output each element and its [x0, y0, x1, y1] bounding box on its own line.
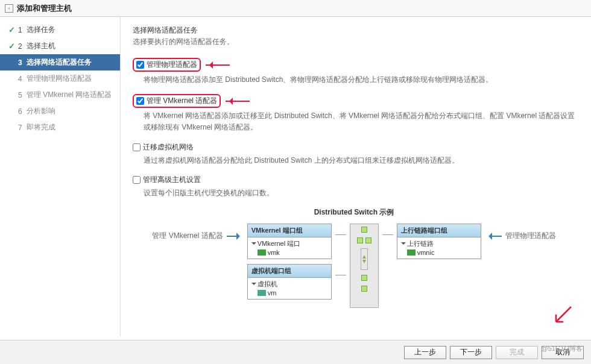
- port-icon: [361, 275, 367, 281]
- step-label: 选择主机: [27, 41, 55, 51]
- option-label[interactable]: 管理高级主机设置: [143, 175, 201, 185]
- content-area: 选择网络适配器任务 选择要执行的网络适配器任务。 管理物理适配器将物理网络适配器…: [121, 17, 591, 336]
- switch-box: [350, 224, 379, 308]
- pg-row: vm: [268, 289, 277, 297]
- connector-left: [335, 224, 346, 308]
- option-checkbox[interactable]: [133, 176, 141, 184]
- diagram-title: Distributed Switch 示例: [133, 207, 575, 218]
- wizard-step-2[interactable]: ✓2选择主机: [0, 38, 120, 54]
- nic-icon: [407, 249, 416, 256]
- pg-row: VMkernel 端口: [258, 240, 301, 247]
- check-icon: ✓: [8, 42, 18, 51]
- port-icon: [365, 237, 371, 243]
- step-label: 即将完成: [27, 122, 55, 133]
- wizard-step-4: 4管理物理网络适配器: [0, 71, 120, 87]
- vm-icon: [258, 290, 266, 296]
- title-text: 添加和管理主机: [17, 3, 72, 14]
- wizard-steps-sidebar: ✓1选择任务✓2选择主机3选择网络适配器任务4管理物理网络适配器5管理 VMke…: [0, 17, 121, 336]
- wizard-step-6: 6分析影响: [0, 103, 120, 119]
- pg-row: vmk: [268, 249, 280, 256]
- port-icon: [361, 227, 367, 233]
- red-arrow-annotation: [226, 98, 256, 105]
- option-description: 将物理网络适配器添加至 Distributed Switch、将物理网络适配器分…: [144, 74, 575, 86]
- content-subheading: 选择要执行的网络适配器任务。: [133, 37, 575, 47]
- pg-row: 上行链路: [407, 240, 434, 247]
- updown-icon: [361, 248, 368, 270]
- titlebar: ▫ 添加和管理主机: [0, 0, 591, 17]
- option-2: 迁移虚拟机网络通过将虚拟机网络适配器分配给此 Distributed Switc…: [133, 142, 575, 166]
- step-label: 分析影响: [27, 106, 55, 116]
- finish-button[interactable]: 完成: [496, 346, 538, 359]
- wizard-step-5: 5管理 VMkernel 网络适配器: [0, 87, 120, 103]
- nic-icon: [258, 249, 266, 256]
- connector-right: [382, 224, 393, 308]
- option-label[interactable]: 管理物理适配器: [147, 60, 197, 70]
- pg-header: 虚拟机端口组: [248, 265, 331, 278]
- uplink-portgroup: 上行链路端口组 上行链路 vmnic: [397, 224, 481, 259]
- pg-header: 上行链路端口组: [397, 224, 481, 237]
- diagram-left-label: 管理 VMkernel 适配器: [152, 231, 223, 241]
- wizard-step-7: 7即将完成: [0, 119, 120, 136]
- vmkernel-portgroup: VMkernel 端口组 VMkernel 端口 vmk: [247, 224, 332, 259]
- port-icon: [361, 286, 367, 292]
- option-checkbox[interactable]: [136, 61, 144, 69]
- arrow-right-icon: [227, 231, 244, 242]
- pg-header: VMkernel 端口组: [248, 224, 331, 237]
- footer-buttons: 上一步 下一步 完成 取消: [0, 340, 591, 364]
- arrow-left-icon: [485, 231, 502, 242]
- diagram: 管理 VMkernel 适配器 VMkernel 端口组 VMkernel 端口…: [133, 224, 575, 308]
- content-heading: 选择网络适配器任务: [133, 25, 575, 36]
- step-label: 管理物理网络适配器: [27, 74, 92, 84]
- next-button[interactable]: 下一步: [450, 346, 492, 359]
- check-icon: ✓: [8, 25, 18, 34]
- wizard-icon: ▫: [5, 4, 13, 13]
- red-arrow-annotation: [550, 304, 574, 328]
- pg-row: 虚拟机: [258, 280, 277, 287]
- option-3: 管理高级主机设置设置每个旧版主机代理交换机的端口数。: [133, 175, 575, 199]
- wizard-step-1[interactable]: ✓1选择任务: [0, 22, 120, 38]
- vm-portgroup: 虚拟机端口组 虚拟机 vm: [247, 264, 332, 300]
- option-label[interactable]: 管理 VMkernel 适配器: [147, 96, 217, 106]
- diagram-right-label: 管理物理适配器: [505, 231, 556, 241]
- pg-row: vmnic: [417, 249, 435, 256]
- back-button[interactable]: 上一步: [404, 346, 446, 359]
- option-description: 设置每个旧版主机代理交换机的端口数。: [144, 187, 575, 199]
- step-label: 选择任务: [27, 25, 55, 35]
- option-checkbox[interactable]: [133, 143, 141, 151]
- wizard-step-3[interactable]: 3选择网络适配器任务: [0, 54, 120, 71]
- option-checkbox[interactable]: [136, 97, 144, 105]
- option-description: 通过将虚拟机网络适配器分配给此 Distributed Switch 上的分布式…: [144, 155, 575, 166]
- option-0: 管理物理适配器将物理网络适配器添加至 Distributed Switch、将物…: [133, 58, 575, 86]
- red-arrow-annotation: [206, 61, 236, 69]
- step-label: 选择网络适配器任务: [27, 57, 92, 67]
- port-icon: [357, 237, 363, 243]
- option-1: 管理 VMkernel 适配器将 VMkernel 网络适配器添加或迁移至此 D…: [133, 94, 575, 133]
- watermark: @51CTO博客: [542, 344, 583, 353]
- step-label: 管理 VMkernel 网络适配器: [27, 90, 112, 100]
- option-label[interactable]: 迁移虚拟机网络: [143, 142, 194, 152]
- option-description: 将 VMkernel 网络适配器添加或迁移至此 Distributed Swit…: [144, 110, 575, 133]
